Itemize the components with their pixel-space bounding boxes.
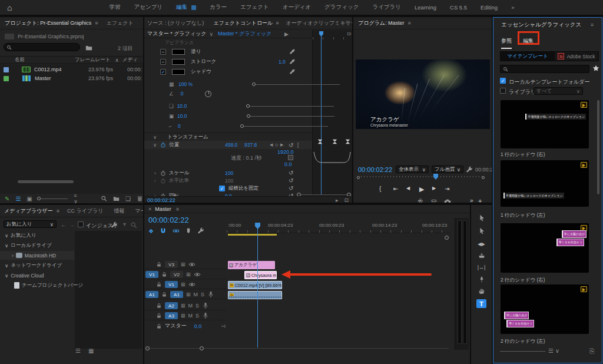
transform-section-row[interactable]: ∨ トランスフォーム (144, 133, 312, 141)
close-icon[interactable]: × (148, 206, 151, 212)
lock-icon[interactable] (161, 272, 167, 277)
track-target-v1[interactable]: V1 (165, 281, 178, 288)
project-search-input[interactable] (4, 43, 80, 51)
library-checkbox[interactable] (500, 88, 506, 94)
source-patch-a1[interactable]: A1 (145, 291, 158, 298)
timeline-settings-wrench-icon[interactable] (197, 227, 204, 234)
eyedropper-icon[interactable] (289, 69, 295, 75)
mute-button[interactable]: M (194, 292, 198, 297)
star-icon[interactable] (592, 65, 599, 72)
eye-icon[interactable] (194, 271, 201, 278)
favorites-dropdown[interactable]: お気に入り∨ (4, 220, 57, 228)
quality-dropdown[interactable]: フル画質∨ (432, 166, 463, 173)
tab-info[interactable]: 情報 (114, 207, 125, 215)
ripple-edit-tool[interactable]: ◀▶ (476, 239, 486, 249)
panel-menu-icon[interactable]: ≡ (57, 208, 59, 214)
table-header[interactable]: 名前 フレームレート ∧ メディ (0, 56, 143, 64)
blur-value[interactable]: 0 (178, 123, 181, 129)
tab-project[interactable]: プロジェクト: Pr-Essential Graphics (5, 19, 91, 27)
h-scroll-handle[interactable] (145, 346, 150, 350)
distance-value[interactable]: 10.0 (177, 103, 187, 109)
work-area-bar[interactable] (228, 234, 277, 236)
workspace-learning-jp[interactable]: 学習 (109, 4, 120, 11)
template-item[interactable]: 常に太陽の光が 導く方を目指そう (501, 284, 589, 334)
workspace-libraries[interactable]: ライブラリ (372, 4, 401, 11)
ingest-checkbox[interactable] (78, 221, 84, 227)
label-color-chip[interactable] (4, 67, 9, 72)
stopwatch-icon[interactable] (160, 170, 166, 176)
search-icon[interactable] (130, 221, 137, 229)
breadcrumb[interactable]: Pr-Essential Graphics.prproj (5, 34, 84, 39)
mark-in-icon[interactable]: { (379, 186, 381, 192)
track-target-a3[interactable]: A3 (165, 312, 178, 319)
wrench-icon[interactable] (111, 221, 118, 229)
time-ruler[interactable]: :00:00 00:00:04:23 00:00:09:23 00:00:14:… (227, 221, 450, 233)
lift-icon[interactable] (458, 187, 467, 193)
list-view-icon[interactable]: ☰ (15, 196, 21, 202)
sync-lock-icon[interactable]: ⊞ (181, 313, 185, 319)
value-graph-toggle[interactable] (288, 155, 293, 160)
zoom-slider[interactable] (38, 198, 68, 199)
local-templates-checkbox[interactable]: ✓ (500, 78, 506, 84)
tab-program[interactable]: プログラム: Master (358, 19, 405, 27)
camera-icon[interactable] (444, 198, 451, 203)
go-to-in-icon[interactable]: ⇤ (393, 186, 398, 192)
scrub-start-handle[interactable] (357, 176, 360, 179)
scrub-end-handle[interactable] (482, 176, 485, 179)
fx-timecode[interactable]: 00:00:02:22 (147, 197, 175, 203)
lane-playhead[interactable] (321, 31, 322, 195)
program-timecode[interactable]: 00:00:02:22 (358, 166, 392, 173)
back-icon[interactable]: ← (61, 221, 67, 228)
fx-mini-timeline[interactable]: Dl (312, 30, 352, 195)
eyedropper-icon[interactable] (289, 59, 295, 65)
play-icon[interactable]: ▶ (284, 31, 289, 37)
timeline-timecode[interactable]: 00:00:02:22 (148, 216, 189, 224)
find-icon[interactable] (101, 195, 107, 202)
sync-lock-icon[interactable]: ⊞ (186, 292, 191, 297)
selection-tool[interactable] (476, 213, 486, 223)
folder-icon[interactable] (85, 44, 92, 51)
tree-item-network-drives[interactable]: ∨ネットワークドライブ (0, 261, 74, 270)
program-scrubber[interactable] (358, 175, 484, 181)
position-x-value[interactable]: 458.0 (225, 142, 237, 148)
opacity-value[interactable]: 100 % (178, 81, 193, 87)
track-target-v3[interactable]: V3 (165, 261, 178, 268)
button-overflow-icon[interactable]: » (470, 197, 473, 203)
workspace-graphics[interactable]: グラフィック (324, 4, 359, 11)
workspace-editing-en[interactable]: Editing (481, 4, 498, 11)
clip-v3-graphic[interactable]: fx アカクラゲ (228, 261, 275, 269)
template-item[interactable]: 常に太陽の光が 導く方を目指そう (501, 223, 589, 273)
label-color-chip[interactable] (4, 76, 9, 81)
table-row[interactable]: C0012.mp4 23.976 fps 00:00: (0, 65, 143, 74)
program-video[interactable]: アカクラゲ Chrysaora melanaster (356, 59, 490, 129)
tab-media-browser[interactable]: メディアブラウザー (4, 207, 53, 215)
panel-menu-icon[interactable]: ≡ (176, 206, 179, 212)
tree-item-creative-cloud[interactable]: ∨Creative Cloud (0, 271, 74, 280)
type-tool-selected[interactable]: T (476, 299, 486, 308)
snap-magnet-icon[interactable] (160, 227, 167, 234)
segment-adobe-stock[interactable]: St Adobe Stock (555, 52, 598, 61)
thumbnail-view-icon[interactable]: ▦ (88, 348, 94, 354)
clip-a1-audio[interactable]: fx (228, 291, 282, 299)
lock-icon[interactable] (156, 282, 162, 287)
prev-keyframe-icon[interactable]: ◀ (270, 143, 273, 147)
home-icon[interactable]: ⌂ (7, 3, 12, 12)
new-bin-icon[interactable] (113, 195, 120, 202)
library-dropdown[interactable]: すべて∨ (534, 87, 583, 95)
track-target-a1[interactable]: A1 (170, 291, 183, 298)
pen-tool[interactable] (476, 274, 486, 284)
shadow-enable-checkbox[interactable]: ✓ (160, 69, 166, 75)
play-only-icon[interactable]: ▸ (336, 197, 339, 203)
solo-button[interactable]: S (196, 313, 199, 319)
clip-v1-video[interactable]: fx C0012.mp4 [V] [89.66% (228, 281, 282, 289)
add-marker-icon[interactable] (185, 227, 191, 234)
lock-icon[interactable] (156, 262, 162, 267)
workspace-effects[interactable]: エフェクト (240, 4, 269, 11)
panel-menu-icon[interactable]: ≡ (591, 22, 594, 28)
tree-item-macintosh-hd[interactable]: ›Macintosh HD (0, 251, 74, 260)
nest-icon[interactable]: ❖ (148, 228, 154, 234)
workspace-overflow-icon[interactable]: » (511, 4, 514, 11)
tree-item-local-drives[interactable]: ∨ローカルドライブ (0, 241, 74, 250)
new-item-icon[interactable]: ❏ (125, 196, 131, 202)
eye-icon[interactable] (188, 261, 196, 268)
